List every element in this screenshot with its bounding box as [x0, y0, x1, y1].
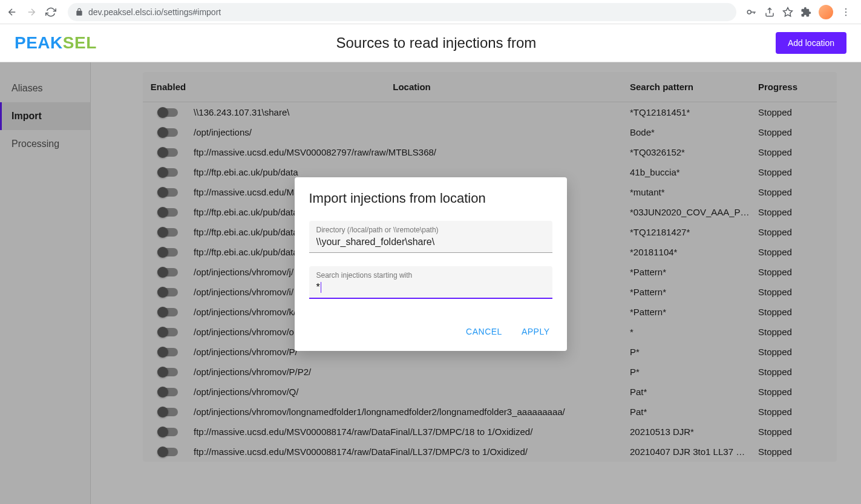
url-bar[interactable]: dev.peaksel.elsci.io/settings#import [68, 3, 736, 21]
svg-point-2 [845, 11, 846, 12]
extension-icon[interactable] [800, 7, 811, 18]
app-header: PEAKSEL Sources to read injections from … [0, 24, 861, 62]
pattern-input[interactable] [321, 281, 545, 294]
import-modal: Import injections from location Director… [295, 177, 567, 351]
svg-point-3 [845, 15, 846, 16]
url-text: dev.peaksel.elsci.io/settings#import [88, 7, 221, 17]
reload-button[interactable] [44, 5, 58, 19]
pattern-input-group[interactable]: Search injections starting with * [309, 266, 552, 299]
back-button[interactable] [5, 5, 19, 19]
page-title: Sources to read injections from [336, 34, 536, 51]
logo[interactable]: PEAKSEL [15, 33, 97, 53]
cancel-button[interactable]: CANCEL [459, 322, 509, 341]
modal-overlay[interactable]: Import injections from location Director… [0, 62, 861, 504]
menu-icon[interactable] [840, 7, 851, 18]
pattern-value-text: * [316, 282, 320, 293]
modal-title: Import injections from location [295, 177, 567, 214]
apply-button[interactable]: APPLY [514, 322, 557, 341]
key-icon[interactable] [746, 7, 757, 18]
directory-input[interactable] [316, 235, 545, 249]
lock-icon [75, 8, 83, 16]
pattern-label: Search injections starting with [316, 271, 545, 280]
svg-point-1 [845, 8, 846, 9]
directory-label: Directory (/local/path or \\remote\path) [316, 226, 545, 234]
svg-point-0 [747, 10, 751, 14]
directory-input-group[interactable]: Directory (/local/path or \\remote\path) [309, 221, 552, 253]
share-icon[interactable] [764, 7, 775, 18]
add-location-button[interactable]: Add location [776, 32, 846, 54]
forward-button[interactable] [24, 5, 39, 19]
avatar[interactable] [819, 5, 833, 19]
star-icon[interactable] [782, 7, 793, 18]
browser-chrome: dev.peaksel.elsci.io/settings#import [0, 0, 861, 24]
